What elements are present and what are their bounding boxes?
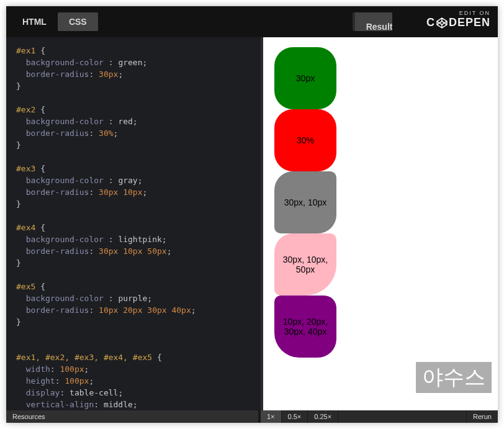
brand-text-a: C	[426, 16, 435, 29]
footer: Resources 1× 0.5× 0.25× Rerun	[6, 410, 498, 423]
example-box-ex3: 30px, 10px	[274, 171, 336, 233]
selector: #ex1	[16, 46, 35, 55]
val: middle	[104, 400, 133, 409]
tab-html[interactable]: HTML	[11, 12, 58, 31]
split-view: #ex1 { background-color : green; border-…	[6, 37, 498, 410]
css-editor[interactable]: #ex1 { background-color : green; border-…	[6, 37, 261, 410]
example-box-ex4: 30px, 10px, 50px	[274, 233, 336, 296]
val: 30px	[99, 70, 118, 79]
selector: #ex3	[16, 164, 35, 173]
prop: background-color	[26, 117, 104, 126]
val: table-cell	[70, 388, 118, 397]
resources-button[interactable]: Resources	[6, 410, 261, 423]
prop: vertical-align	[26, 400, 94, 409]
zoom-1x[interactable]: 1×	[261, 410, 282, 423]
prop: background-color	[26, 235, 104, 244]
selector: #ex5	[16, 282, 35, 291]
prop: border-radius	[26, 305, 89, 315]
val: red	[118, 117, 132, 126]
val: lightpink	[118, 235, 161, 244]
val: 100px	[65, 376, 89, 386]
val: 30px 10px 50px	[99, 246, 167, 256]
zoom-025x[interactable]: 0.25×	[308, 410, 338, 423]
watermark: 야수스	[416, 362, 492, 393]
val: 100px	[60, 364, 84, 374]
val: 10px 20px 30px 40px	[99, 305, 191, 315]
zoom-05x[interactable]: 0.5×	[282, 410, 308, 423]
prop: background-color	[26, 58, 104, 67]
val: gray	[118, 176, 137, 185]
prop: height	[26, 376, 55, 386]
val: green	[118, 58, 142, 67]
prop: border-radius	[26, 70, 89, 79]
prop: border-radius	[26, 187, 89, 197]
rerun-button[interactable]: Rerun	[466, 410, 498, 423]
zoom-controls: 1× 0.5× 0.25×	[261, 410, 338, 423]
selector: #ex1, #ex2, #ex3, #ex4, #ex5	[16, 353, 152, 362]
val: purple	[118, 294, 147, 303]
result-pane[interactable]: 30px 30% 30px, 10px 30px, 10px, 50px 10p…	[261, 37, 498, 410]
example-box-ex2: 30%	[274, 109, 336, 171]
tab-css[interactable]: CSS	[58, 12, 98, 31]
prop: border-radius	[26, 129, 89, 138]
prop: background-color	[26, 176, 104, 185]
selector: #ex4	[16, 223, 35, 232]
val: 30%	[99, 129, 113, 138]
example-box-ex1: 30px	[274, 47, 336, 109]
codepen-logo[interactable]: EDIT ON C DEPEN	[426, 10, 490, 29]
prop: background-color	[26, 294, 104, 303]
edit-on-label: EDIT ON	[426, 10, 490, 16]
codepen-icon	[436, 17, 448, 29]
example-box-ex5: 10px, 20px, 30px, 40px	[274, 296, 336, 358]
prop: display	[26, 388, 60, 397]
selector: #ex2	[16, 105, 35, 114]
prop: width	[26, 364, 50, 374]
val: 30px 10px	[99, 187, 142, 197]
brand-text-b: DEPEN	[449, 16, 490, 29]
prop: border-radius	[26, 246, 89, 256]
topbar: HTML CSS Result EDIT ON C DEPEN	[6, 6, 498, 37]
codepen-embed: HTML CSS Result EDIT ON C DEPEN #ex1 {	[6, 6, 498, 423]
tab-result[interactable]: Result	[353, 12, 393, 31]
